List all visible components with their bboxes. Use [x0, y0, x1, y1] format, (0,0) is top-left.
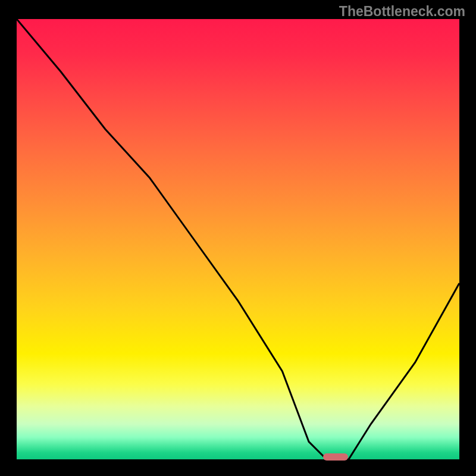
curve-line: [17, 19, 459, 459]
optimal-marker: [323, 453, 348, 461]
plot-area: [17, 19, 459, 459]
bottleneck-curve: [17, 19, 459, 459]
watermark-text: TheBottleneck.com: [339, 4, 465, 20]
